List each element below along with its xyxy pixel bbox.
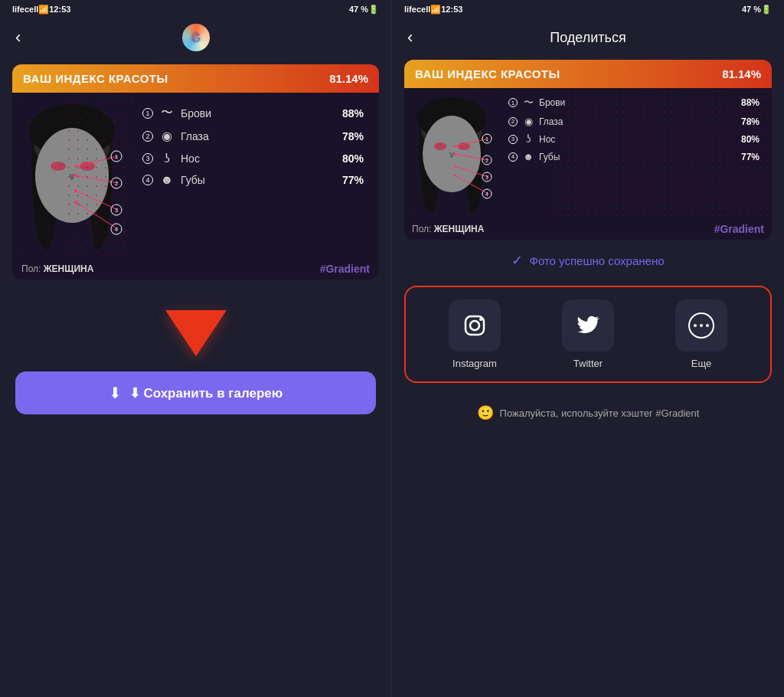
svg-point-5 <box>51 162 66 171</box>
right-beauty-header: ВАШ ИНДЕКС КРАСОТЫ 81.14% <box>404 60 772 88</box>
stat-row-brows: 1 〜 Брови 88% <box>142 105 364 121</box>
right-brow-icon: 〜 <box>522 96 534 110</box>
share-options-container: Instagram Twitter Еще <box>404 286 772 383</box>
right-gender: Пол: ЖЕНЩИНА <box>412 224 484 234</box>
svg-point-6 <box>80 162 95 171</box>
left-beauty-stats: 1 〜 Брови 88% 2 ◉ Глаза 78% 3 ʖ Нос 80% <box>133 99 373 252</box>
right-status-bar: lifecell 📶 12:53 47 % 🔋 <box>392 0 784 18</box>
right-lips-label: Губы <box>539 152 737 162</box>
down-arrow-icon <box>165 310 227 356</box>
eye-value: 78% <box>342 130 364 142</box>
brow-value: 88% <box>342 107 364 119</box>
svg-point-12 <box>74 189 77 192</box>
right-header: ‹ Поделиться <box>392 18 784 57</box>
left-back-button[interactable]: ‹ <box>15 28 21 47</box>
right-gradient-tag: #Gradient <box>714 223 764 235</box>
twitter-share-button[interactable]: Twitter <box>562 299 614 369</box>
svg-point-4 <box>35 128 109 223</box>
svg-text:3: 3 <box>485 175 488 180</box>
hashtag-text: Пожалуйста, используйте хэштег #Gradient <box>500 407 700 419</box>
right-header-title: Поделиться <box>550 30 626 46</box>
right-brow-label: Брови <box>539 97 737 108</box>
svg-text:4: 4 <box>115 226 119 233</box>
nose-value: 80% <box>342 152 364 165</box>
twitter-icon <box>562 299 614 352</box>
instagram-icon <box>449 299 501 352</box>
right-beauty-content: 1 2 3 4 1 <box>404 88 772 220</box>
svg-text:G: G <box>191 31 200 44</box>
right-beauty-stats: 1 〜 Брови 88% 2 ◉ Глаза 78% 3 ʖ Нос 80% <box>501 93 767 215</box>
left-header: ‹ G <box>0 18 391 57</box>
svg-point-20 <box>74 201 77 204</box>
right-back-button[interactable]: ‹ <box>407 28 413 47</box>
left-status-bar: lifecell 📶 12:53 47 % 🔋 <box>0 0 391 18</box>
eye-label: Глаза <box>181 130 336 142</box>
twitter-label: Twitter <box>573 358 603 369</box>
svg-point-51 <box>706 324 709 327</box>
svg-point-50 <box>700 324 703 327</box>
right-lips-icon: ☻ <box>522 151 534 162</box>
left-app-logo: G <box>182 24 210 51</box>
brow-label: Брови <box>181 107 336 119</box>
svg-text:2: 2 <box>485 158 488 163</box>
left-arrow-container <box>0 287 391 371</box>
right-beauty-footer: Пол: ЖЕНЩИНА #Gradient <box>404 220 772 240</box>
svg-point-27 <box>434 142 446 150</box>
svg-point-42 <box>454 175 456 177</box>
left-beauty-score: 81.14% <box>329 72 368 85</box>
right-stat-eyes: 2 ◉ Глаза 78% <box>508 116 760 127</box>
svg-point-8 <box>74 165 77 168</box>
svg-text:2: 2 <box>115 180 119 187</box>
left-gender: Пол: ЖЕНЩИНА <box>21 263 93 274</box>
svg-text:4: 4 <box>485 191 488 197</box>
right-beauty-title: ВАШ ИНДЕКС КРАСОТЫ <box>415 67 560 80</box>
success-text: Фото успешно сохранено <box>529 254 664 267</box>
right-beauty-card: ВАШ ИНДЕКС КРАСОТЫ 81.14% <box>404 60 772 240</box>
stat-row-nose: 3 ʖ Нос 80% <box>142 151 364 165</box>
svg-text:1: 1 <box>115 153 119 160</box>
nose-label: Нос <box>181 152 336 165</box>
checkmark-icon: ✓ <box>511 252 523 269</box>
right-eye-label: Глаза <box>539 116 737 127</box>
left-carrier: lifecell <box>12 5 38 14</box>
right-nose-icon: ʖ <box>522 133 534 145</box>
right-beauty-score: 81.14% <box>722 67 761 80</box>
svg-point-30 <box>454 146 456 148</box>
svg-point-38 <box>454 165 456 168</box>
more-label: Еще <box>691 358 711 369</box>
left-gradient-tag: #Gradient <box>320 263 370 275</box>
right-time: 12:53 <box>441 5 462 14</box>
right-eye-icon: ◉ <box>522 116 534 127</box>
svg-point-34 <box>454 153 456 155</box>
left-battery-icon: 🔋 <box>368 5 379 15</box>
right-wifi-icon: 📶 <box>430 5 441 15</box>
hashtag-hint: 🙂 Пожалуйста, используйте хэштег #Gradie… <box>392 392 784 434</box>
svg-text:3: 3 <box>115 207 119 214</box>
lips-value: 77% <box>342 174 364 186</box>
left-face-image: 1 2 3 4 <box>18 99 133 252</box>
right-stat-lips: 4 ☻ Губы 77% <box>508 151 760 162</box>
svg-point-10 <box>74 174 77 177</box>
save-download-icon: ⬇ <box>109 384 122 402</box>
nose-icon: ʖ <box>159 151 175 165</box>
instagram-share-button[interactable]: Instagram <box>449 299 501 369</box>
more-share-button[interactable]: Еще <box>675 299 727 369</box>
right-nose-label: Нос <box>539 134 737 145</box>
right-stat-brows: 1 〜 Брови 88% <box>508 96 760 110</box>
right-lips-value: 77% <box>741 152 760 162</box>
stat-row-eyes: 2 ◉ Глаза 78% <box>142 129 364 143</box>
svg-text:1: 1 <box>485 136 488 142</box>
left-battery-text: 47 % <box>349 5 368 14</box>
instagram-label: Instagram <box>452 358 497 369</box>
left-wifi-icon: 📶 <box>38 5 49 15</box>
left-time: 12:53 <box>49 5 70 14</box>
left-beauty-header: ВАШ ИНДЕКС КРАСОТЫ 81.14% <box>12 64 379 93</box>
svg-point-49 <box>694 324 697 327</box>
lips-label: Губы <box>181 174 336 186</box>
save-to-gallery-button[interactable]: ⬇ ⬇ Сохранить в галерею <box>15 371 376 414</box>
left-phone-screen: lifecell 📶 12:53 47 % 🔋 ‹ G ВАШ <box>0 0 392 697</box>
left-beauty-title: ВАШ ИНДЕКС КРАСОТЫ <box>23 72 168 85</box>
right-nose-value: 80% <box>741 134 760 145</box>
right-carrier: lifecell <box>404 5 430 14</box>
smiley-icon: 🙂 <box>477 404 494 421</box>
